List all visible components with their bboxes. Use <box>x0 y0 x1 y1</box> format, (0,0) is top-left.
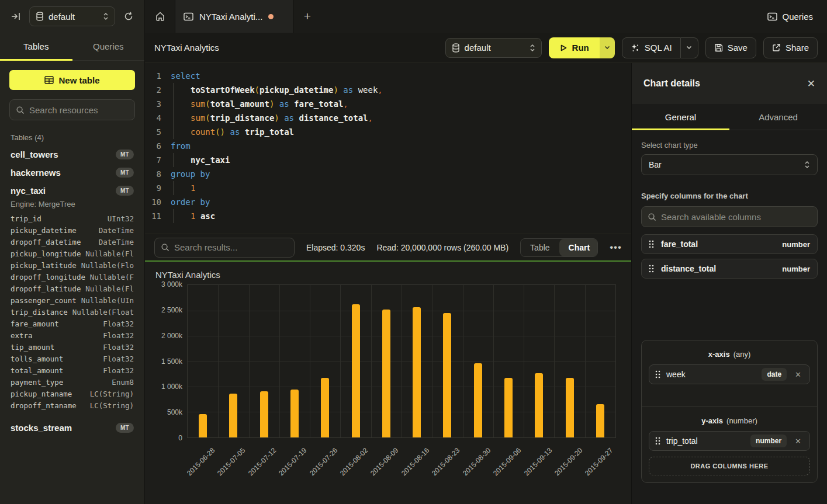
chart-bar[interactable] <box>504 378 513 437</box>
column-row[interactable]: dropoff_datetime DateTime <box>9 237 135 248</box>
column-row[interactable]: extra Float32 <box>9 330 135 342</box>
drag-columns-drop-zone[interactable]: DRAG COLUMNS HERE <box>649 457 810 475</box>
run-button[interactable]: Run <box>549 37 600 58</box>
view-toggle-chart[interactable]: Chart <box>559 239 598 256</box>
column-row[interactable]: total_amount Float32 <box>9 365 135 377</box>
new-table-button[interactable]: New table <box>9 70 135 90</box>
editor-line[interactable]: 5 count() as trip_total <box>145 125 631 139</box>
query-database-selector[interactable]: default <box>445 38 542 58</box>
column-row[interactable]: payment_type Enum8 <box>9 377 135 388</box>
available-column-card[interactable]: fare_total number <box>641 234 818 254</box>
axis-column-chip[interactable]: week date ✕ <box>649 364 810 384</box>
x-axis-tick-label: 2015-07-19 <box>277 446 308 477</box>
editor-line[interactable]: 2 toStartOfWeek(pickup_datetime) as week… <box>145 83 631 97</box>
database-selector[interactable]: default <box>29 6 115 26</box>
chart-bar[interactable] <box>535 373 543 437</box>
more-options-button[interactable]: ••• <box>610 242 622 253</box>
save-button[interactable]: Save <box>705 37 756 58</box>
sql-editor[interactable]: 1 select 2 toStartOfWeek(pickup_datetime… <box>145 63 631 234</box>
results-search-input[interactable] <box>174 242 290 252</box>
x-axis-tick-label: 2015-07-26 <box>308 446 339 477</box>
remove-column-button[interactable]: ✕ <box>793 436 804 447</box>
sidebar-tab-queries[interactable]: Queries <box>72 33 145 60</box>
chevron-updown-icon <box>804 161 810 169</box>
share-button-label: Share <box>786 43 809 53</box>
terminal-icon <box>184 12 193 21</box>
chart-bar[interactable] <box>443 313 451 437</box>
table-row[interactable]: stocks_stream MT <box>9 419 135 437</box>
editor-line[interactable]: 1 select <box>145 69 631 83</box>
column-row[interactable]: pickup_ntaname LC(String) <box>9 388 135 400</box>
chart-bar[interactable] <box>199 414 207 437</box>
home-button[interactable] <box>145 0 175 33</box>
database-icon <box>452 43 460 53</box>
table-row[interactable]: cell_towers MT <box>9 145 135 164</box>
chart-bar[interactable] <box>413 307 421 437</box>
chart-bar[interactable] <box>260 391 268 437</box>
column-row[interactable]: passenger_count Nullable(UIn <box>9 295 135 307</box>
column-row[interactable]: trip_distance Nullable(Float <box>9 307 135 318</box>
column-row[interactable]: pickup_datetime DateTime <box>9 225 135 237</box>
chart-bar[interactable] <box>229 394 237 437</box>
column-name: dropoff_latitude <box>11 283 81 295</box>
editor-line[interactable]: 7 nyc_taxi <box>145 153 631 167</box>
chart-bar[interactable] <box>474 363 482 437</box>
view-toggle-table[interactable]: Table <box>521 239 559 256</box>
column-row[interactable]: trip_id UInt32 <box>9 213 135 225</box>
editor-line[interactable]: 6 from <box>145 139 631 153</box>
chart-bar[interactable] <box>352 304 360 437</box>
editor-line[interactable]: 3 sum(total_amount) as fare_total, <box>145 97 631 111</box>
sql-ai-options-button[interactable] <box>681 37 698 58</box>
editor-line[interactable]: 10 order by <box>145 195 631 209</box>
column-row[interactable]: dropoff_ntaname LC(String) <box>9 400 135 412</box>
chart-bar[interactable] <box>566 378 574 437</box>
panel-tab-general[interactable]: General <box>632 104 729 130</box>
column-row[interactable]: tip_amount Float32 <box>9 342 135 353</box>
chart-bar[interactable] <box>290 390 299 437</box>
axis-config-card: x-axis(any) week date ✕ y-axis(number) t… <box>641 340 818 483</box>
remove-column-button[interactable]: ✕ <box>793 369 804 380</box>
search-icon <box>161 243 169 252</box>
resource-search-input[interactable] <box>29 105 144 115</box>
chevron-updown-icon <box>103 12 109 20</box>
column-row[interactable]: fare_amount Float32 <box>9 318 135 330</box>
query-header: NYTaxi Analytics default Run <box>145 33 827 63</box>
chart-type-select[interactable]: Bar <box>641 154 818 175</box>
tables-list: cell_towers MT hackernews MT nyc_taxi MT… <box>9 145 135 437</box>
y-axis-tick-label: 2 000k <box>161 332 182 340</box>
editor-line[interactable]: 9 1 <box>145 181 631 195</box>
column-row[interactable]: pickup_latitude Nullable(Flo <box>9 260 135 272</box>
axis-column-chip[interactable]: trip_total number ✕ <box>649 431 810 451</box>
editor-line[interactable]: 8 group by <box>145 167 631 181</box>
refresh-button[interactable] <box>121 9 136 24</box>
available-column-card[interactable]: distance_total number <box>641 259 818 279</box>
editor-line[interactable]: 11 1 asc <box>145 209 631 223</box>
drag-handle-icon <box>649 265 654 273</box>
share-button[interactable]: Share <box>763 37 818 58</box>
column-row[interactable]: dropoff_latitude Nullable(Fl <box>9 283 135 295</box>
table-row[interactable]: nyc_taxi MT <box>9 182 135 200</box>
panel-close-button[interactable]: ✕ <box>807 78 815 90</box>
sidebar-tab-tables[interactable]: Tables <box>0 33 72 60</box>
column-name: trip_id <box>11 213 41 225</box>
columns-search-input[interactable] <box>661 212 811 222</box>
table-engine: Engine: MergeTree <box>9 200 135 213</box>
line-number: 1 <box>145 69 161 83</box>
chart-bar[interactable] <box>321 378 329 437</box>
editor-line[interactable]: 4 sum(trip_distance) as distance_total, <box>145 111 631 125</box>
column-type: Nullable(Flo <box>81 260 134 272</box>
column-row[interactable]: pickup_longitude Nullable(Fl <box>9 248 135 260</box>
sql-ai-button[interactable]: SQL AI <box>622 37 681 58</box>
queries-button[interactable]: Queries <box>753 0 827 33</box>
column-row[interactable]: dropoff_longitude Nullable(F <box>9 272 135 283</box>
column-row[interactable]: tolls_amount Float32 <box>9 353 135 365</box>
table-row[interactable]: hackernews MT <box>9 164 135 182</box>
chart-bar[interactable] <box>596 404 604 437</box>
query-tab[interactable]: NYTaxi Analyti... <box>175 0 293 33</box>
run-options-button[interactable] <box>600 37 615 58</box>
chart-bar[interactable] <box>382 310 390 437</box>
collapse-sidebar-button[interactable] <box>8 9 23 24</box>
panel-tab-advanced[interactable]: Advanced <box>729 104 827 130</box>
x-axis-tick-label: 2015-09-27 <box>583 446 614 477</box>
new-tab-button[interactable]: + <box>293 0 321 33</box>
